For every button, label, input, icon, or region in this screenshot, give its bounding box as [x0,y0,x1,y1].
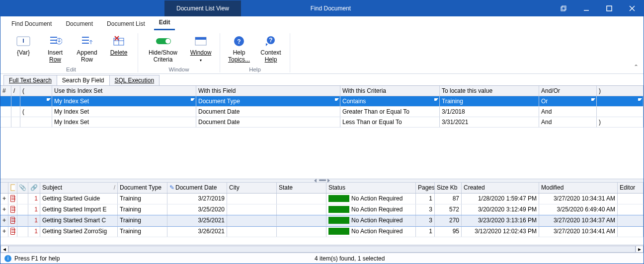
search-mode-tabs: Full Text Search Search By Field SQL Exe… [0,74,644,86]
maximize-button[interactable] [598,0,621,16]
col-hash[interactable]: # [0,86,11,96]
pdf-icon [10,206,15,213]
paperclip-icon: 📎 [19,184,26,191]
status-chip [328,195,349,202]
criteria-row[interactable]: (My Index SetDocument DateGreater Than o… [0,107,644,117]
tab-document-list[interactable]: Document List [102,17,150,30]
expand-icon[interactable]: + [2,195,6,202]
status-chip [328,228,349,235]
hide-show-criteria-button[interactable]: Hide/ShowCriteria [143,33,183,65]
scroll-right-icon[interactable]: ▸ [636,246,644,253]
ribbon: {Var} InsertRow AppendRow Delete Edit Hi… [0,30,644,74]
dropdown-icon[interactable] [335,98,339,101]
var-button[interactable]: {Var} [9,33,37,65]
tab-edit[interactable]: Edit [154,16,175,30]
dropdown-icon[interactable] [47,98,51,101]
status-chip [328,206,349,213]
col-modified[interactable]: Modified [539,183,618,193]
expand-icon[interactable]: + [2,217,6,224]
append-row-button[interactable]: AppendRow [73,33,101,65]
col-andor[interactable]: And/Or [539,86,597,96]
col-field[interactable]: With this Field [196,86,340,96]
col-editor[interactable]: Editor [618,183,644,193]
svg-rect-3 [607,6,612,11]
table-row[interactable]: +1Getting Started ZorroSigTraining3/26/2… [0,226,644,237]
ribbon-group-edit: Edit [66,66,76,72]
svg-text:?: ? [237,38,241,45]
collapse-ribbon-icon[interactable]: ⌃ [634,64,639,70]
splitter[interactable]: •••••• [0,179,644,183]
chevron-down-icon: ▾ [200,58,202,63]
info-icon: i [4,255,11,262]
minimize-button[interactable] [575,0,598,16]
window-icon [193,34,209,48]
col-docdate[interactable]: ✎Document Date [167,183,227,193]
col-slash[interactable]: / [11,86,20,96]
ribbon-tabstrip: Find Document Document Document List Edi… [0,16,644,30]
svg-rect-16 [195,37,206,40]
pdf-icon [10,217,15,224]
col-index-set[interactable]: Use this Index Set [52,86,196,96]
page-icon [10,184,15,191]
status-chip [328,217,349,224]
tab-document[interactable]: Document [61,17,98,30]
criteria-header: # / ( Use this Index Set With this Field… [0,86,644,96]
dropdown-icon[interactable] [591,98,595,101]
titlebar: Document List View Find Document [0,0,644,16]
col-paren-left[interactable]: ( [20,86,52,96]
context-help-button[interactable]: ? ContextHelp [257,33,285,65]
svg-rect-0 [561,7,565,11]
scroll-left-icon[interactable]: ◂ [0,246,8,253]
col-link-icon: 🔗 [28,183,40,193]
col-doctype[interactable]: Document Type [118,183,167,193]
var-icon [15,34,31,48]
delete-button[interactable]: Delete [105,33,133,65]
table-row[interactable]: +1Getting Started Import ETraining3/25/2… [0,204,644,215]
tab-find-document[interactable]: Find Document [6,17,57,30]
ribbon-group-window: Window [169,66,189,72]
context-help-icon: ? [263,34,279,48]
dropdown-icon[interactable] [191,98,195,101]
dropdown-icon[interactable] [638,98,642,101]
criteria-row[interactable]: My Index SetDocument TypeContainsTrainin… [0,96,644,107]
col-size[interactable]: Size Kb [435,183,462,193]
table-row[interactable]: +1Getting Started GuideTraining3/27/2019… [0,194,644,204]
insert-row-icon [47,34,63,48]
col-subject[interactable]: Subject/ [40,183,118,193]
col-paren-right[interactable]: ) [597,86,644,96]
col-doc-icon [8,183,17,193]
expand-icon[interactable]: + [2,206,6,213]
horizontal-scrollbar[interactable]: ◂ ▸ [0,245,644,253]
tab-search-by-field[interactable]: Search By Field [57,75,110,85]
ribbon-group-help: Help [249,66,261,72]
col-created[interactable]: Created [462,183,539,193]
expand-icon[interactable]: + [2,228,6,235]
restore-window-extra-icon[interactable] [552,0,575,16]
table-row[interactable]: +1Getting Started Smart CTraining3/25/20… [0,215,644,226]
col-city[interactable]: City [227,183,277,193]
col-pages[interactable]: Pages [416,183,435,193]
status-help: Press F1 for help [14,255,60,262]
window-title: Find Document [241,0,552,16]
close-button[interactable] [621,0,644,16]
svg-rect-21 [11,185,15,191]
pencil-icon: ✎ [169,184,174,191]
tab-full-text-search[interactable]: Full Text Search [3,75,57,85]
delete-icon [111,34,127,48]
title-tab-document-list-view[interactable]: Document List View [164,0,241,16]
pdf-icon [10,228,15,235]
statusbar: i Press F1 for help 4 item(s) found, 1 s… [0,253,644,264]
criteria-row[interactable]: My Index SetDocument DateLess Than or Eq… [0,117,644,128]
scroll-track[interactable] [8,246,636,253]
insert-row-button[interactable]: InsertRow [41,33,69,65]
col-status[interactable]: Status [326,183,416,193]
col-value[interactable]: To locate this value [440,86,539,96]
window-button[interactable]: Window▾ [187,33,215,65]
col-state[interactable]: State [277,183,326,193]
svg-rect-1 [562,6,566,10]
dropdown-icon[interactable] [434,98,438,101]
help-topics-button[interactable]: ? HelpTopics... [225,33,253,65]
toggle-icon [155,34,171,48]
col-criteria[interactable]: With this Criteria [340,86,440,96]
tab-sql-execution[interactable]: SQL Execution [109,75,160,85]
